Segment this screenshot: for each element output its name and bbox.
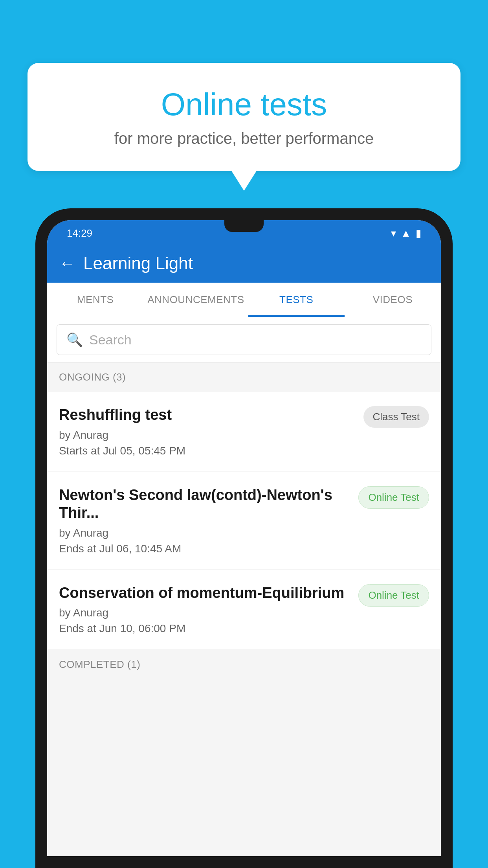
signal-icon: ▲ [401, 227, 411, 239]
status-icons: ▾ ▲ ▮ [391, 227, 421, 239]
ongoing-section-header: ONGOING (3) [47, 362, 441, 392]
test-date-3: Ends at Jun 10, 06:00 PM [59, 622, 350, 635]
test-date-1: Starts at Jul 05, 05:45 PM [59, 445, 356, 457]
completed-section-header: COMPLETED (1) [47, 650, 441, 679]
speech-bubble: Online tests for more practice, better p… [28, 63, 460, 171]
badge-class-test-1: Class Test [363, 406, 429, 428]
phone-notch [224, 220, 264, 232]
bubble-title: Online tests [59, 86, 429, 123]
test-by-2: by Anurag [59, 527, 350, 539]
test-by-1: by Anurag [59, 429, 356, 441]
wifi-icon: ▾ [391, 227, 396, 239]
tab-videos[interactable]: VIDEOS [345, 283, 441, 317]
test-card-3-left: Conservation of momentum-Equilibrium by … [59, 584, 358, 635]
back-button[interactable]: ← [59, 255, 75, 272]
test-name-2: Newton's Second law(contd)-Newton's Thir… [59, 486, 350, 522]
status-time: 14:29 [67, 227, 92, 239]
test-name-1: Reshuffling test [59, 406, 356, 424]
speech-bubble-container: Online tests for more practice, better p… [28, 63, 460, 171]
test-card-1[interactable]: Reshuffling test by Anurag Starts at Jul… [47, 392, 441, 471]
search-bar[interactable]: 🔍 Search [57, 324, 431, 355]
search-placeholder: Search [89, 332, 132, 348]
search-container: 🔍 Search [47, 317, 441, 362]
tabs-bar: MENTS ANNOUNCEMENTS TESTS VIDEOS [47, 283, 441, 317]
test-card-3[interactable]: Conservation of momentum-Equilibrium by … [47, 570, 441, 649]
test-card-2[interactable]: Newton's Second law(contd)-Newton's Thir… [47, 472, 441, 569]
tab-announcements[interactable]: ANNOUNCEMENTS [143, 283, 248, 317]
battery-icon: ▮ [416, 227, 421, 239]
badge-online-test-2: Online Test [358, 486, 429, 509]
content-area: ONGOING (3) Reshuffling test by Anurag S… [47, 362, 441, 856]
app-header: ← Learning Light [47, 244, 441, 283]
phone-screen: 14:29 ▾ ▲ ▮ ← Learning Light MENTS ANNOU… [47, 220, 441, 856]
badge-online-test-3: Online Test [358, 584, 429, 607]
tab-ments[interactable]: MENTS [47, 283, 143, 317]
bubble-subtitle: for more practice, better performance [59, 130, 429, 147]
test-card-2-left: Newton's Second law(contd)-Newton's Thir… [59, 486, 358, 555]
phone-frame: 14:29 ▾ ▲ ▮ ← Learning Light MENTS ANNOU… [35, 208, 453, 868]
test-date-2: Ends at Jul 06, 10:45 AM [59, 542, 350, 555]
test-name-3: Conservation of momentum-Equilibrium [59, 584, 350, 602]
tab-tests[interactable]: TESTS [248, 283, 345, 317]
search-icon: 🔍 [66, 332, 83, 348]
test-by-3: by Anurag [59, 607, 350, 619]
test-card-1-left: Reshuffling test by Anurag Starts at Jul… [59, 406, 363, 457]
app-title: Learning Light [83, 254, 193, 273]
